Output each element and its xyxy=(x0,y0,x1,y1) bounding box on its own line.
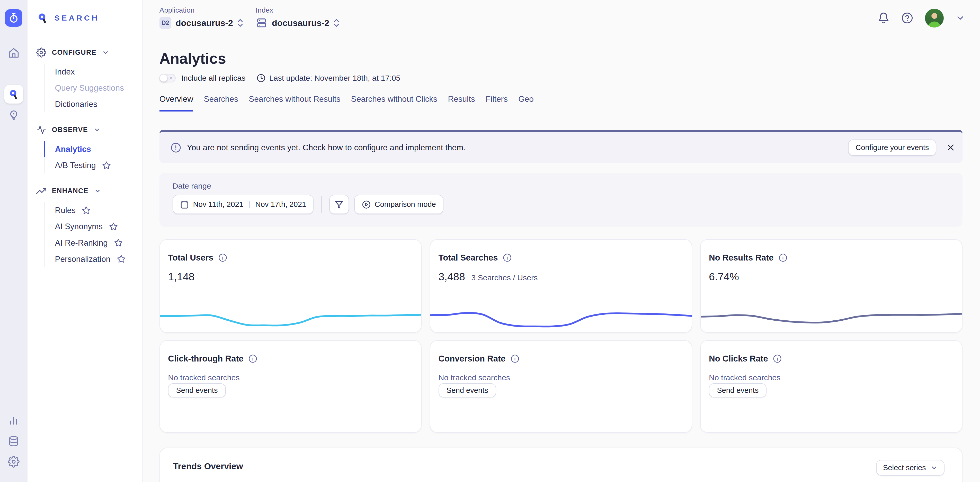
sidebar-item-analytics[interactable]: Analytics xyxy=(44,141,142,157)
date-range-panel: Date range Nov 11th, 2021 | Nov 17th, 20… xyxy=(159,173,963,227)
info-icon[interactable] xyxy=(779,253,788,262)
divider xyxy=(321,196,321,213)
index-selector[interactable]: Index docusaurus-2 xyxy=(256,6,339,29)
account-chevron-icon[interactable] xyxy=(956,13,965,22)
tab-filters[interactable]: Filters xyxy=(486,94,508,111)
star-icon[interactable] xyxy=(109,222,118,231)
card-subvalue: 3 Searches / Users xyxy=(471,273,538,282)
total-users-sparkline xyxy=(160,296,421,332)
index-value: docusaurus-2 xyxy=(272,18,329,28)
no-results-rate-sparkline xyxy=(701,296,962,332)
tab-geo[interactable]: Geo xyxy=(518,94,534,111)
gear-icon xyxy=(36,48,46,57)
sidebar: SEARCH CONFIGURE Index Query Suggestions… xyxy=(27,0,143,482)
application-badge: D2 xyxy=(159,17,171,29)
star-icon[interactable] xyxy=(102,161,111,170)
tab-searches[interactable]: Searches xyxy=(204,94,238,111)
sidebar-item-query-suggestions[interactable]: Query Suggestions xyxy=(45,80,142,96)
tab-searches-without-clicks[interactable]: Searches without Clicks xyxy=(351,94,437,111)
configure-events-button[interactable]: Configure your events xyxy=(848,140,936,156)
sidebar-item-rules[interactable]: Rules xyxy=(45,202,142,219)
card-value: 3,488 xyxy=(439,271,465,283)
database-icon[interactable] xyxy=(0,435,27,447)
include-replicas-toggle[interactable]: ✕ xyxy=(159,74,176,82)
events-banner: You are not sending events yet. Check ho… xyxy=(159,130,963,163)
chevron-down-icon xyxy=(102,49,109,56)
select-series-button[interactable]: Select series xyxy=(876,460,945,476)
star-icon[interactable] xyxy=(114,238,123,247)
sidebar-item-dictionaries[interactable]: Dictionaries xyxy=(45,96,142,112)
top-header: Application D2 docusaurus-2 Index docusa… xyxy=(143,0,980,36)
bell-icon[interactable] xyxy=(878,12,889,24)
tab-bar: Overview Searches Searches without Resul… xyxy=(159,94,963,111)
home-icon[interactable] xyxy=(0,47,27,59)
avatar[interactable] xyxy=(925,9,944,27)
card-value: 6.74% xyxy=(709,271,739,283)
section-configure-header[interactable]: CONFIGURE xyxy=(36,46,142,59)
send-events-button[interactable]: Send events xyxy=(439,383,496,398)
sidebar-nav: CONFIGURE Index Query Suggestions Dictio… xyxy=(36,46,142,279)
kpi-cards-row: Total Users 1,148 Total Searches xyxy=(159,239,963,333)
card-title: Click-through Rate xyxy=(168,354,243,363)
gear-icon[interactable] xyxy=(0,456,27,468)
play-circle-icon xyxy=(362,200,371,209)
sidebar-divider xyxy=(34,36,143,36)
star-icon[interactable] xyxy=(117,255,126,263)
tab-searches-without-results[interactable]: Searches without Results xyxy=(249,94,340,111)
info-icon[interactable] xyxy=(773,354,782,363)
sidebar-item-ai-re-ranking[interactable]: AI Re-Ranking xyxy=(45,235,142,251)
trending-up-icon xyxy=(36,186,46,196)
card-value: 1,148 xyxy=(168,271,194,283)
info-icon[interactable] xyxy=(248,354,257,363)
date-range-button[interactable]: Nov 11th, 2021 | Nov 17th, 2021 xyxy=(173,195,313,214)
date-start: Nov 11th, 2021 xyxy=(193,200,243,209)
stopwatch-logo-icon[interactable] xyxy=(5,9,22,27)
sidebar-item-ai-synonyms[interactable]: AI Synonyms xyxy=(45,219,142,235)
section-observe-header[interactable]: OBSERVE xyxy=(36,124,142,136)
send-events-button[interactable]: Send events xyxy=(168,383,226,398)
info-icon[interactable] xyxy=(503,253,512,262)
tab-results[interactable]: Results xyxy=(448,94,475,111)
card-title: No Clicks Rate xyxy=(709,354,768,363)
bar-chart-icon[interactable] xyxy=(0,415,27,427)
main-content: Analytics ✕ Include all replicas Last up… xyxy=(143,36,980,482)
rate-cards-row: Click-through Rate No tracked searches S… xyxy=(159,340,963,433)
filter-button[interactable] xyxy=(329,195,349,214)
index-label: Index xyxy=(256,6,339,14)
empty-state-text: No tracked searches xyxy=(439,373,510,382)
close-icon[interactable] xyxy=(946,143,955,152)
application-selector[interactable]: Application D2 docusaurus-2 xyxy=(159,6,243,29)
send-events-button[interactable]: Send events xyxy=(709,383,767,398)
info-icon[interactable] xyxy=(511,354,519,363)
card-title: Total Searches xyxy=(439,253,498,263)
section-enhance: ENHANCE Rules AI Synonyms AI Re-Ranking … xyxy=(36,185,142,267)
clock-icon xyxy=(257,74,266,82)
toggle-label: Include all replicas xyxy=(181,74,246,82)
updown-chevrons-icon xyxy=(334,18,339,27)
card-title: Total Users xyxy=(168,253,213,263)
tab-overview[interactable]: Overview xyxy=(159,94,193,111)
empty-state-text: No tracked searches xyxy=(709,373,780,382)
activity-icon xyxy=(36,125,46,135)
sidebar-item-personalization[interactable]: Personalization xyxy=(45,251,142,267)
help-icon[interactable] xyxy=(901,12,913,24)
lightbulb-icon[interactable] xyxy=(0,109,27,121)
section-label: ENHANCE xyxy=(52,187,89,195)
sidebar-item-index[interactable]: Index xyxy=(45,64,142,80)
search-icon[interactable] xyxy=(4,85,23,103)
section-configure: CONFIGURE Index Query Suggestions Dictio… xyxy=(36,46,142,113)
section-enhance-header[interactable]: ENHANCE xyxy=(36,185,142,197)
rail-divider xyxy=(6,36,21,36)
info-icon[interactable] xyxy=(218,253,227,262)
chevron-down-icon xyxy=(94,187,101,195)
click-through-rate-card: Click-through Rate No tracked searches S… xyxy=(159,340,422,433)
star-icon[interactable] xyxy=(82,206,91,215)
total-users-card: Total Users 1,148 xyxy=(159,239,422,333)
application-value: docusaurus-2 xyxy=(176,18,233,28)
search-product-logo: SEARCH xyxy=(36,12,99,24)
comparison-mode-button[interactable]: Comparison mode xyxy=(354,195,444,214)
no-clicks-rate-card: No Clicks Rate No tracked searches Send … xyxy=(700,340,963,433)
page-title: Analytics xyxy=(159,50,226,67)
sidebar-item-ab-testing[interactable]: A/B Testing xyxy=(45,157,142,173)
section-label: CONFIGURE xyxy=(52,49,97,57)
